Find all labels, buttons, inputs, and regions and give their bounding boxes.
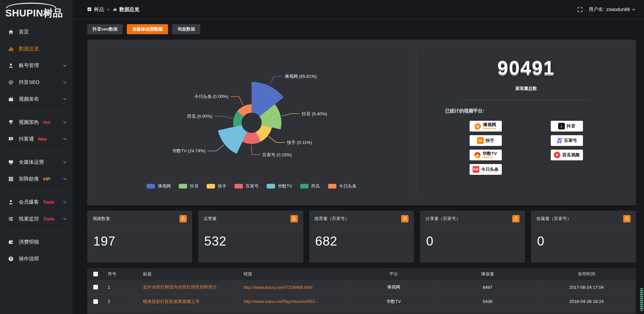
sidebar-item-抖客通[interactable]: 抖客通New	[0, 130, 72, 147]
sidebar-item-消费明细[interactable]: 消费明细	[0, 233, 72, 250]
breadcrumb-label: 数据总览	[119, 6, 140, 13]
column-header-链接[interactable]: 链接	[240, 268, 349, 280]
grid-icon	[8, 176, 14, 182]
sidebar-item-视频加热[interactable]: 视频加热Hot	[0, 114, 72, 130]
legend-item-华数TV[interactable]: 华数TV	[267, 183, 292, 189]
legend-item-快手[interactable]: 快手	[207, 183, 226, 189]
legend-color-chip	[147, 184, 155, 189]
row-checkbox[interactable]	[93, 285, 98, 290]
stat-card-label: 分享量（百家号）	[425, 216, 460, 222]
legend-item-西瓜[interactable]: 西瓜	[300, 183, 320, 189]
videos-table: 序号标题链接平台播放量发布时间 1室外水纹灯和室内水纹灯的区别和简介http:/…	[87, 268, 636, 314]
sidebar-item-账号管理[interactable]: 账号管理	[0, 57, 72, 74]
tab-抖音seo数据[interactable]: 抖音seo数据	[87, 24, 123, 34]
platform-badge-今日头条[interactable]: 头条今日头条	[470, 164, 502, 175]
table-row-partial	[87, 308, 636, 314]
column-header-发布时间[interactable]: 发布时间	[537, 268, 636, 280]
sidebar-item-label: 账号管理	[19, 62, 39, 69]
breadcrumb-item-shupin[interactable]: 树品	[87, 6, 104, 13]
home-icon	[8, 29, 14, 35]
platform-badge-name: 华数TV	[483, 151, 497, 156]
app-logo[interactable]: SHUPIN树品	[0, 0, 72, 20]
row-checkbox-cell	[87, 295, 104, 308]
publish-icon	[8, 96, 14, 102]
sidebar-item-首页[interactable]: 首页	[0, 23, 72, 40]
video-title-link[interactable]: 室外水纹灯和室内水纹灯的区别和简介	[143, 284, 217, 290]
pie-label-line	[282, 114, 300, 116]
row-checkbox[interactable]	[93, 299, 98, 304]
total-badge[interactable]: 总	[290, 215, 298, 222]
select-all-checkbox[interactable]	[93, 272, 98, 276]
table-row: 1室外水纹灯和室内水纹灯的区别和简介http://www.boosj.com/7…	[87, 280, 636, 294]
sidebar-item-会员爆客[interactable]: 会员爆客Tools	[0, 194, 72, 210]
tab-全媒体运营数据[interactable]: 全媒体运营数据	[127, 24, 168, 34]
sidebar-item-label: 首页	[19, 29, 29, 35]
topbar: 树品 > 数据总览 用户名: zswodun88	[72, 0, 644, 19]
video-url-link[interactable]: http://www.boosj.com/7338468.html	[244, 285, 312, 290]
sidebar-item-矩阵助推[interactable]: 矩阵助推VIP	[0, 170, 72, 187]
wallet-icon	[8, 239, 14, 245]
pie-slice-华数TV[interactable]	[218, 125, 247, 154]
sidebar-divider	[7, 230, 66, 230]
row-checkbox-cell	[87, 280, 104, 294]
platform-badge-百家号[interactable]: 百百家号	[551, 135, 583, 146]
fullscreen-icon[interactable]	[578, 7, 583, 12]
legend-color-chip	[267, 184, 275, 189]
breadcrumb-item-data-overview[interactable]: 数据总览	[113, 6, 140, 13]
pie-label: 快手 (0.11%)	[287, 140, 312, 145]
total-badge[interactable]: 总	[179, 215, 187, 222]
user-menu[interactable]: 用户名: zswodun88	[589, 6, 635, 12]
sidebar-item-视频发布[interactable]: 视频发布	[0, 91, 72, 107]
pie-label-line	[270, 76, 283, 85]
legend-color-chip	[300, 184, 309, 189]
legend-item-抖音[interactable]: 抖音	[179, 183, 199, 189]
total-badge[interactable]: 总	[401, 215, 409, 222]
member-icon	[8, 199, 14, 205]
sidebar-divider	[7, 150, 66, 151]
stat-card-推荐量（百家号）: 推荐量（百家号）总682	[309, 211, 414, 263]
sidebar-item-label: 矩阵助推	[19, 176, 39, 182]
total-impressions-label: 展现量总数	[416, 86, 636, 92]
legend-item-今日头条[interactable]: 今日头条	[328, 183, 357, 189]
sidebar-item-线索监控[interactable]: 线索监控Tools	[0, 210, 72, 227]
column-header-播放量[interactable]: 播放量	[438, 268, 537, 280]
boosj-logo-icon	[475, 123, 481, 129]
row-index: 1	[104, 280, 136, 294]
legend-item-百家号[interactable]: 百家号	[234, 183, 259, 189]
platform-badge-快手[interactable]: Oo快手	[470, 135, 502, 146]
platform-badge-grid: 播视网boosj.comOo快手华数TVwasu.cn头条今日头条 ♪抖音百百家…	[416, 121, 636, 175]
video-url-link[interactable]: http://www.wasu.cn/Play/show/id/952...	[244, 299, 319, 304]
platform-badge-播视网[interactable]: 播视网boosj.com	[470, 121, 502, 132]
total-badge[interactable]: 总	[512, 215, 520, 222]
column-header-序号[interactable]: 序号	[104, 268, 136, 280]
total-badge[interactable]: 总	[623, 215, 631, 222]
sidebar-item-抖音SEO[interactable]: 抖音SEO	[0, 74, 72, 91]
platform-badge-华数TV[interactable]: 华数TVwasu.cn	[470, 150, 502, 160]
stat-card-value: 532	[198, 227, 303, 249]
column-header-平台[interactable]: 平台	[349, 268, 438, 280]
question-icon: ?	[8, 256, 14, 262]
sidebar-item-全媒体运营[interactable]: 全媒体运营	[0, 154, 72, 170]
table-header-row: 序号标题链接平台播放量发布时间	[87, 268, 636, 280]
video-title-link[interactable]: 楼体投影灯投影效果震撼上市	[143, 299, 200, 305]
chart-panel: 播视网 (65.61%)抖音 (9.40%)快手 (0.11%)百家号 (0.1…	[87, 40, 636, 205]
legend-color-chip	[234, 184, 243, 189]
sidebar-nav: 首页数据总览账号管理抖音SEO视频发布视频加热Hot抖客通New全媒体运营矩阵助…	[0, 23, 72, 267]
legend-color-chip	[179, 184, 187, 189]
tab-询盘数据[interactable]: 询盘数据	[172, 24, 200, 34]
sidebar-item-label: 操作说明	[19, 256, 39, 262]
platform-badge-sub: wasu.cn	[483, 156, 497, 159]
row-plays: 5438	[438, 295, 537, 308]
column-header-标题[interactable]: 标题	[136, 268, 240, 280]
stat-card-label: 收藏量（百家号）	[536, 216, 571, 222]
sidebar-item-数据总览[interactable]: 数据总览	[0, 40, 72, 57]
logo-arc-decoration	[6, 3, 56, 8]
platform-badge-name: 百家号	[564, 138, 577, 143]
platform-badge-抖音[interactable]: ♪抖音	[551, 121, 583, 132]
chevron-down-icon	[63, 138, 66, 140]
sidebar-item-操作说明[interactable]: ?操作说明	[0, 250, 72, 267]
stat-card-label: 视频数量	[93, 216, 110, 222]
platform-badge-西瓜视频[interactable]: 西瓜视频	[551, 150, 583, 160]
legend-item-播视网[interactable]: 播视网	[147, 183, 171, 189]
scrollbar-thumb[interactable]	[640, 288, 643, 311]
